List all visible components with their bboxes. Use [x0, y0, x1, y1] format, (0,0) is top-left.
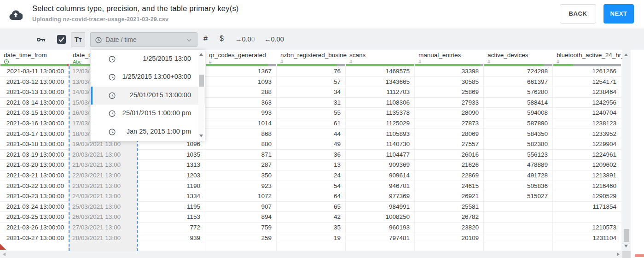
scroll-down-icon[interactable] — [199, 135, 203, 137]
cell: 909614 — [346, 170, 415, 181]
column-name: manual_entries — [418, 52, 461, 59]
cell: 1072 — [205, 191, 277, 202]
clock-icon — [108, 128, 116, 136]
cell: 1224961 — [553, 150, 621, 160]
scroll-up-icon[interactable] — [199, 53, 203, 56]
cell: 27873 — [415, 118, 484, 129]
empty-row — [0, 243, 621, 251]
option-label: Jan 25, 2015 1:00 pm — [127, 128, 191, 135]
cell: 1209602 — [553, 160, 621, 170]
cell: 1135378 — [346, 108, 415, 118]
cell: 1242956 — [553, 98, 621, 108]
dropdown-scrollbar[interactable] — [198, 51, 204, 140]
datetime-format-option[interactable]: 25/01/2015 13:00:00 — [91, 87, 205, 105]
cell: 515027 — [484, 191, 553, 202]
column-header-manual_entries[interactable]: manual_entries# — [415, 50, 484, 66]
cell: 2021-03-11 13:00:00 — [0, 66, 69, 77]
datetime-format-option[interactable]: Jan 25, 2015 1:00 pm — [91, 123, 205, 141]
cell: 939 — [137, 233, 205, 244]
back-button[interactable]: BACK — [560, 4, 596, 23]
column-name: scans — [349, 52, 366, 59]
decrease-decimal-button[interactable]: ←0.00 — [264, 35, 284, 43]
clock-icon — [108, 55, 116, 63]
cell: 259 — [205, 233, 277, 244]
datetime-format-option[interactable]: 25/01/2015 1:00:00 pm — [91, 105, 205, 123]
cell: 21626 — [415, 160, 484, 170]
cell: 1313 — [137, 160, 205, 170]
cell: 1210573 — [553, 223, 621, 233]
scroll-down-icon[interactable] — [624, 245, 628, 247]
cell: 1367 — [205, 66, 277, 77]
cell: 1190 — [137, 181, 205, 192]
datetime-format-option[interactable]: 1/25/2015 13:00 — [91, 50, 205, 68]
cell: 55 — [277, 108, 346, 118]
text-type-button[interactable]: TT — [71, 32, 85, 47]
increase-decimal-button[interactable]: →0.00 — [235, 35, 255, 43]
cell: 24/03/2021 13:00 — [69, 191, 137, 202]
vertical-scrollbar[interactable] — [622, 50, 631, 251]
clock-icon — [108, 73, 116, 81]
cell: 2021-03-25 13:00:00 — [0, 212, 69, 223]
column-header-active_devices[interactable]: active_devices# — [484, 50, 553, 66]
cell — [484, 212, 553, 223]
cell: 1171854 — [553, 202, 621, 212]
dropdown-scrollbar-thumb[interactable] — [199, 75, 204, 87]
currency-type-button[interactable]: $ — [220, 35, 224, 43]
cell: 1104477 — [346, 150, 415, 160]
cell: 1238464 — [553, 87, 621, 98]
cell: 1008250 — [346, 212, 415, 223]
cell: 2021-03-12 13:00:00 — [0, 77, 69, 88]
uploading-filename: Uploading nz-covid-tracer-usage-2021-03-… — [32, 16, 168, 23]
dropdown-selected-value: Date / time — [105, 36, 137, 43]
cell: 1469575 — [346, 66, 415, 77]
cell: 54 — [277, 181, 346, 192]
scroll-up-icon[interactable] — [624, 53, 628, 56]
selected-column-left-border — [69, 66, 70, 251]
cell: 23/03/2021 13:00 — [69, 181, 137, 192]
column-header-nzbn_registered_busine[interactable]: nzbn_registered_busine# — [277, 50, 346, 66]
cell: 1290529 — [553, 191, 621, 202]
csv-upload-wizard: Select columns type, precision, and the … — [0, 0, 644, 258]
cell: 1108306 — [346, 98, 415, 108]
column-header-date_time_from[interactable]: date_time_from — [0, 50, 69, 66]
cell: 2021-03-19 13:00:00 — [0, 150, 69, 160]
cell: 350 — [205, 170, 277, 181]
cell: 1229904 — [553, 139, 621, 150]
column-name: bluetooth_active_24_hr_ — [557, 52, 625, 59]
table-row: 2021-03-21 13:00:0022/03/2021 13:0012033… — [0, 170, 621, 181]
horizontal-scrollbar[interactable] — [0, 251, 622, 258]
cell — [484, 202, 553, 212]
upload-cloud-icon — [9, 9, 23, 21]
cell: 1105893 — [346, 129, 415, 140]
scroll-right-icon[interactable] — [617, 252, 620, 256]
cell: 907 — [205, 202, 277, 212]
integer-type-button[interactable]: # — [203, 35, 208, 43]
cell: 797481 — [346, 233, 415, 244]
cell: 22/03/2021 13:00 — [69, 170, 137, 181]
cell: 772 — [137, 223, 205, 233]
include-column-checkbox[interactable] — [57, 35, 66, 44]
scroll-left-icon[interactable] — [3, 252, 6, 256]
chevron-down-icon — [186, 37, 192, 43]
cell: 946701 — [346, 181, 415, 192]
cell: 2021-03-24 13:00:00 — [0, 202, 69, 212]
page-header: Select columns type, precision, and the … — [0, 0, 644, 29]
cell: 22869 — [415, 170, 484, 181]
cell: 2021-03-15 13:00:00 — [0, 108, 69, 118]
column-header-qr_codes_generated[interactable]: qr_codes_generated# — [205, 50, 277, 66]
cell: 1238123 — [553, 118, 621, 129]
option-label: 25/01/2015 1:00:00 pm — [122, 109, 191, 117]
cell: 2021-03-14 13:00:00 — [0, 98, 69, 108]
primary-key-icon[interactable] — [36, 35, 46, 45]
datetime-format-dropdown[interactable]: Date / time — [90, 32, 197, 47]
column-header-scans[interactable]: scans# — [346, 50, 415, 66]
datetime-format-option[interactable]: 1/25/2015 13:00+03:00 — [91, 68, 205, 86]
cell: 1140730 — [346, 139, 415, 150]
next-button[interactable]: NEXT — [603, 4, 634, 23]
cell: 2021-03-22 13:00:00 — [0, 181, 69, 192]
cell: 894 — [205, 212, 277, 223]
vertical-scrollbar-thumb[interactable] — [624, 229, 629, 242]
cell: 993 — [205, 108, 277, 118]
column-header-bluetooth_active_24_hr_[interactable]: bluetooth_active_24_hr_# — [553, 50, 621, 66]
cell: 505836 — [484, 181, 553, 192]
